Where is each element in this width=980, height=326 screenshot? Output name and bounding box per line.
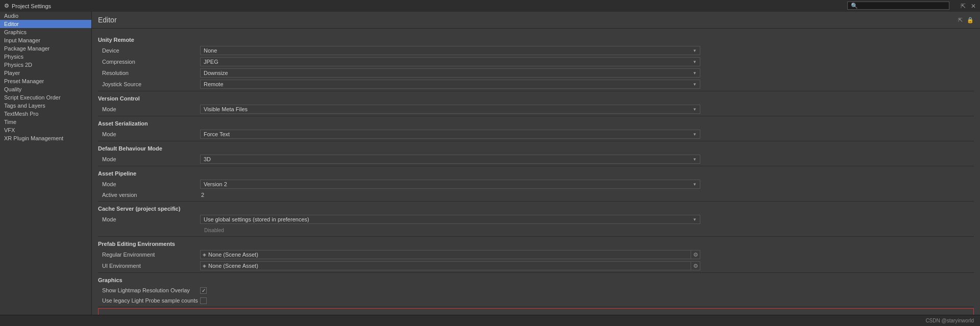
- device-label: Device: [98, 47, 200, 54]
- as-mode-label: Mode: [98, 131, 200, 137]
- regular-env-field: ◈ None (Scene Asset) ⚙: [200, 250, 700, 259]
- regular-env-value: ◈ None (Scene Asset) ⚙: [200, 250, 974, 259]
- bottom-text: CSDN @staryinworld: [925, 318, 974, 323]
- ui-env-field: ◈ None (Scene Asset) ⚙: [200, 261, 700, 270]
- unity-remote-section: Unity Remote Device None Compression JPE…: [98, 37, 974, 90]
- resolution-label: Resolution: [98, 70, 200, 76]
- lightmap-label: Show Lightmap Resolution Overlay: [98, 287, 200, 293]
- cs-mode-value: Use global settings (stored in preferenc…: [200, 215, 974, 224]
- title-bar: ⚙ Project Settings ⇱ ✕: [0, 0, 980, 12]
- bottom-bar: CSDN @staryinworld: [0, 315, 980, 326]
- ui-env-row: UI Environment ◈ None (Scene Asset) ⚙: [98, 260, 974, 271]
- cs-mode-label: Mode: [98, 216, 200, 222]
- sidebar-item-tags-and-layers[interactable]: Tags and Layers: [0, 102, 91, 110]
- light-probe-value: [200, 297, 974, 304]
- as-mode-row: Mode Force Text: [98, 129, 974, 140]
- sidebar-item-input-manager[interactable]: Input Manager: [0, 36, 91, 44]
- joystick-label: Joystick Source: [98, 81, 200, 87]
- settings-scroll[interactable]: Unity Remote Device None Compression JPE…: [92, 29, 980, 315]
- light-probe-checkbox[interactable]: [200, 297, 207, 304]
- sidebar-item-preset-manager[interactable]: Preset Manager: [0, 77, 91, 85]
- version-control-title: Version Control: [98, 95, 974, 102]
- asset-serialization-section: Asset Serialization Mode Force Text: [98, 120, 974, 140]
- prefab-editing-title: Prefab Editing Environments: [98, 241, 974, 247]
- cs-mode-dropdown[interactable]: Use global settings (stored in preferenc…: [200, 215, 700, 224]
- lightmap-value: [200, 287, 974, 294]
- title-bar-title: Project Settings: [12, 3, 51, 9]
- sidebar-item-script-execution-order[interactable]: Script Execution Order: [0, 93, 91, 102]
- sidebar-item-textmesh-pro[interactable]: TextMesh Pro: [0, 110, 91, 118]
- expand-content-icon[interactable]: ⇱: [958, 17, 963, 23]
- regular-env-label: Regular Environment: [98, 252, 200, 258]
- joystick-dropdown[interactable]: Remote: [200, 80, 700, 89]
- ap-mode-dropdown[interactable]: Version 2: [200, 180, 700, 189]
- compression-row: Compression JPEG: [98, 56, 974, 67]
- cs-disabled-badge: Disabled: [200, 228, 974, 233]
- vc-mode-dropdown[interactable]: Visible Meta Files: [200, 105, 700, 114]
- unity-remote-title: Unity Remote: [98, 37, 974, 43]
- title-bar-icon: ⚙: [4, 3, 9, 9]
- sidebar-item-editor[interactable]: Editor: [0, 20, 91, 28]
- ap-mode-value: Version 2: [200, 180, 974, 189]
- vc-mode-value: Visible Meta Files: [200, 105, 974, 114]
- device-row: Device None: [98, 45, 974, 56]
- sidebar-item-quality[interactable]: Quality: [0, 85, 91, 93]
- db-mode-row: Mode 3D: [98, 154, 974, 165]
- cache-server-title: Cache Server (project specific): [98, 206, 974, 212]
- close-icon[interactable]: ✕: [971, 3, 976, 10]
- cache-server-section: Cache Server (project specific) Mode Use…: [98, 206, 974, 235]
- resolution-value: Downsize: [200, 68, 974, 78]
- as-mode-value: Force Text: [200, 130, 974, 139]
- graphics-section: Graphics Show Lightmap Resolution Overla…: [98, 277, 974, 306]
- sprite-packer-section: Sprite Packer Mode Always Enabled: [98, 308, 974, 315]
- expand-icon[interactable]: ⇱: [961, 3, 966, 10]
- ap-mode-row: Mode Version 2: [98, 179, 974, 190]
- sidebar: AudioEditorGraphicsInput ManagerPackage …: [0, 12, 92, 315]
- asset-pipeline-title: Asset Pipeline: [98, 170, 974, 177]
- scene-icon-regular: ◈: [201, 252, 206, 257]
- cs-mode-row: Mode Use global settings (stored in pref…: [98, 214, 974, 225]
- sidebar-item-audio[interactable]: Audio: [0, 12, 91, 20]
- sidebar-item-physics[interactable]: Physics: [0, 53, 91, 61]
- as-mode-dropdown[interactable]: Force Text: [200, 130, 700, 139]
- db-mode-label: Mode: [98, 156, 200, 162]
- active-version-row: Active version 2: [98, 190, 974, 200]
- lightmap-row: Show Lightmap Resolution Overlay: [98, 285, 974, 295]
- resolution-dropdown[interactable]: Downsize: [200, 68, 700, 78]
- version-control-section: Version Control Mode Visible Meta Files: [98, 95, 974, 115]
- lock-icon[interactable]: 🔒: [967, 17, 974, 23]
- sidebar-item-time[interactable]: Time: [0, 118, 91, 126]
- sidebar-item-xr-plugin-management[interactable]: XR Plugin Management: [0, 134, 91, 142]
- sidebar-item-physics-2d[interactable]: Physics 2D: [0, 61, 91, 69]
- regular-env-row: Regular Environment ◈ None (Scene Asset)…: [98, 249, 974, 260]
- search-container: [847, 2, 949, 10]
- vc-mode-row: Mode Visible Meta Files: [98, 104, 974, 115]
- lightmap-checkbox[interactable]: [200, 287, 207, 294]
- content-header: Editor ⇱ 🔒: [92, 12, 980, 29]
- joystick-value: Remote: [200, 80, 974, 89]
- db-mode-dropdown[interactable]: 3D: [200, 155, 700, 164]
- regular-env-gear[interactable]: ⚙: [691, 250, 700, 259]
- sidebar-item-vfx[interactable]: VFX: [0, 126, 91, 134]
- cs-disabled-row: Disabled: [98, 225, 974, 235]
- sidebar-item-package-manager[interactable]: Package Manager: [0, 44, 91, 53]
- sidebar-item-graphics[interactable]: Graphics: [0, 28, 91, 36]
- default-behaviour-title: Default Behaviour Mode: [98, 145, 974, 152]
- asset-pipeline-section: Asset Pipeline Mode Version 2 Active ver…: [98, 170, 974, 200]
- graphics-title: Graphics: [98, 277, 974, 283]
- db-mode-value: 3D: [200, 155, 974, 164]
- sidebar-item-player[interactable]: Player: [0, 69, 91, 77]
- ui-env-value: ◈ None (Scene Asset) ⚙: [200, 261, 974, 270]
- page-title: Editor: [98, 16, 117, 24]
- prefab-editing-section: Prefab Editing Environments Regular Envi…: [98, 241, 974, 271]
- joystick-row: Joystick Source Remote: [98, 79, 974, 90]
- content-area: Editor ⇱ 🔒 Unity Remote Device None: [92, 12, 980, 315]
- resolution-row: Resolution Downsize: [98, 67, 974, 79]
- default-behaviour-section: Default Behaviour Mode Mode 3D: [98, 145, 974, 165]
- compression-label: Compression: [98, 59, 200, 65]
- active-version-value: 2: [200, 192, 974, 198]
- search-input[interactable]: [847, 2, 949, 10]
- compression-dropdown[interactable]: JPEG: [200, 57, 700, 66]
- ui-env-gear[interactable]: ⚙: [691, 261, 700, 270]
- device-dropdown[interactable]: None: [200, 46, 700, 55]
